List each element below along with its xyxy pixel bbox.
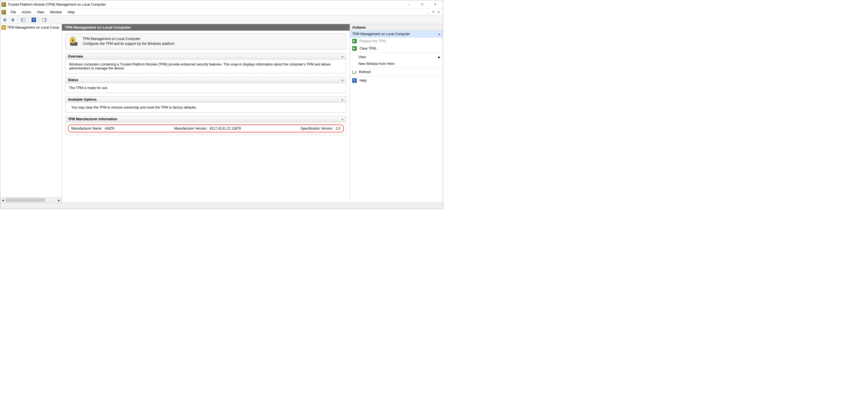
show-hide-tree-button[interactable] xyxy=(20,16,27,23)
svg-rect-3 xyxy=(45,18,46,22)
section-options: Available Options ▲ You may clear the TP… xyxy=(65,96,346,113)
collapse-up-icon: ▲ xyxy=(341,55,344,58)
manufacturer-name-value: AMZN xyxy=(104,127,114,131)
minimize-button[interactable]: – xyxy=(402,0,415,9)
menu-window[interactable]: Window xyxy=(47,10,65,15)
info-box: TPM Management on Local Computer Configu… xyxy=(65,33,346,49)
overview-body: Windows computers containing a Trusted P… xyxy=(66,60,346,73)
action-new-window[interactable]: New Window from Here xyxy=(350,60,443,67)
info-title: TPM Management on Local Computer xyxy=(83,37,175,41)
arrow-left-icon xyxy=(3,18,7,22)
action-prepare-tpm[interactable]: Prepare the TPM... xyxy=(350,37,443,45)
toolbar-separator xyxy=(28,17,29,23)
menu-file[interactable]: File xyxy=(8,10,19,15)
collapse-up-icon: ▲ xyxy=(438,33,440,35)
section-manufacturer-header[interactable]: TPM Manufacturer Information ▲ xyxy=(66,116,346,122)
action-refresh[interactable]: Refresh xyxy=(350,69,443,75)
arrow-right-icon xyxy=(10,18,15,22)
section-overview-header[interactable]: Overview ▲ xyxy=(66,54,346,60)
manufacturer-version-value: 8217.4131.22.13878 xyxy=(210,127,241,131)
toolbar-separator xyxy=(39,17,39,23)
go-icon xyxy=(352,46,357,51)
menu-view[interactable]: View xyxy=(34,10,47,15)
menubar: File Action View Window Help _ ❐ ✕ xyxy=(0,9,443,15)
action-clear-tpm[interactable]: Clear TPM... xyxy=(350,45,443,52)
action-clear-label: Clear TPM... xyxy=(360,46,379,50)
section-manufacturer: TPM Manufacturer Information ▲ Manufactu… xyxy=(65,116,346,135)
overview-title: Overview xyxy=(68,55,83,59)
manufacturer-title: TPM Manufacturer Information xyxy=(68,117,117,121)
maximize-button[interactable]: ☐ xyxy=(415,0,429,9)
status-title: Status xyxy=(68,78,79,82)
section-status: Status ▲ The TPM is ready for use. xyxy=(65,77,346,93)
back-button[interactable] xyxy=(1,16,8,23)
action-view[interactable]: View ▶ xyxy=(350,54,443,60)
center-header: TPM Management on Local Computer xyxy=(62,24,350,31)
separator xyxy=(350,53,443,53)
show-hide-action-button[interactable] xyxy=(41,16,48,23)
help-icon: ? xyxy=(352,78,357,83)
help-button[interactable]: ? xyxy=(30,16,37,23)
separator xyxy=(350,68,443,68)
collapse-up-icon: ▲ xyxy=(341,78,344,81)
horizontal-scrollbar[interactable]: ◂ ▸ xyxy=(0,197,62,203)
scroll-thumb[interactable] xyxy=(5,198,45,202)
menu-action[interactable]: Action xyxy=(19,10,34,15)
mdi-minimize-button[interactable]: _ xyxy=(425,10,430,15)
toolbar: ? xyxy=(0,15,443,24)
toolbar-separator xyxy=(18,17,18,23)
forward-button[interactable] xyxy=(9,16,16,23)
titlebar: Trusted Platform Module (TPM) Management… xyxy=(0,0,443,9)
doc-icon xyxy=(1,10,6,14)
section-overview: Overview ▲ Windows computers containing … xyxy=(65,53,346,73)
panel-right-icon xyxy=(42,18,46,22)
go-icon xyxy=(352,39,357,43)
tree-root-node[interactable]: TPM Management on Local Comp xyxy=(0,25,62,30)
status-body: The TPM is ready for use. xyxy=(66,83,346,93)
scroll-left-arrow[interactable]: ◂ xyxy=(0,198,5,203)
mdi-restore-button[interactable]: ❐ xyxy=(430,10,436,15)
panel-icon xyxy=(21,18,26,22)
actions-pane: Actions TPM Management on Local Computer… xyxy=(350,24,443,203)
action-help[interactable]: ? Help xyxy=(350,77,443,84)
tpm-node-icon xyxy=(1,25,6,30)
options-title: Available Options xyxy=(68,98,97,102)
svg-rect-7 xyxy=(72,40,73,42)
refresh-icon xyxy=(352,70,356,74)
section-status-header[interactable]: Status ▲ xyxy=(66,77,346,83)
help-icon: ? xyxy=(32,18,36,22)
statusbar xyxy=(0,203,443,209)
app-icon xyxy=(1,2,6,7)
options-body: You may clear the TPM to remove ownershi… xyxy=(66,103,346,112)
spec-version-label: Specification Version: xyxy=(301,127,334,131)
section-options-header[interactable]: Available Options ▲ xyxy=(66,97,346,103)
manufacturer-row: Manufacturer Name: AMZN Manufacturer Ver… xyxy=(68,125,344,132)
tpm-lock-icon xyxy=(68,36,79,47)
spec-version-value: 2.0 xyxy=(336,127,340,131)
info-subtitle: Configures the TPM and its support by th… xyxy=(83,41,175,46)
action-view-label: View xyxy=(359,55,366,59)
action-prepare-label: Prepare the TPM... xyxy=(360,39,388,43)
tree-pane: TPM Management on Local Comp ◂ ▸ xyxy=(0,24,62,203)
actions-title: Actions xyxy=(350,24,443,31)
separator xyxy=(350,76,443,76)
window-title: Trusted Platform Module (TPM) Management… xyxy=(8,3,402,6)
actions-group-label: TPM Management on Local Computer xyxy=(352,32,410,36)
action-new-window-label: New Window from Here xyxy=(359,62,395,66)
actions-group-header[interactable]: TPM Management on Local Computer ▲ xyxy=(350,31,443,37)
action-help-label: Help xyxy=(360,78,367,82)
manufacturer-name-label: Manufacturer Name: xyxy=(71,127,102,131)
close-button[interactable]: ✕ xyxy=(429,0,442,9)
svg-rect-1 xyxy=(21,18,23,22)
manufacturer-version-label: Manufacturer Version: xyxy=(174,127,207,131)
chevron-right-icon: ▶ xyxy=(438,56,440,59)
center-pane: TPM Management on Local Computer TPM Man… xyxy=(62,24,350,203)
tree-root-label: TPM Management on Local Comp xyxy=(7,26,59,30)
menu-help[interactable]: Help xyxy=(65,10,78,15)
mdi-close-button[interactable]: ✕ xyxy=(436,10,442,15)
collapse-up-icon: ▲ xyxy=(341,118,344,120)
collapse-up-icon: ▲ xyxy=(341,98,344,101)
action-refresh-label: Refresh xyxy=(359,70,371,74)
scroll-right-arrow[interactable]: ▸ xyxy=(57,198,62,203)
